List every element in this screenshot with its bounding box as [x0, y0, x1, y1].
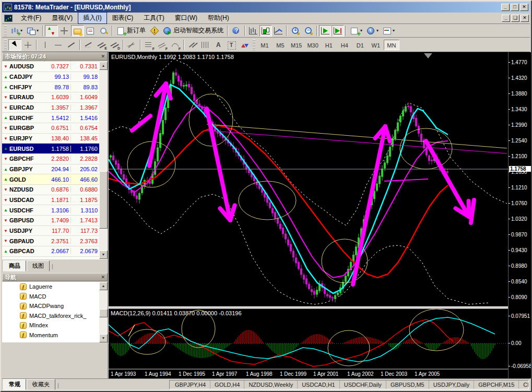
periods-dropdown-icon[interactable]: ▾	[376, 28, 379, 33]
chart-tab-CHFJPY,Weekly[interactable]: CHFJPY,Weekly	[519, 381, 529, 389]
scroll-up-icon[interactable]: ▲	[99, 282, 108, 290]
timeframe-H1[interactable]: H1	[321, 40, 337, 50]
indicator-item-MACDPwang[interactable]: ƒMACDPwang	[2, 301, 99, 311]
quote-row-AUDUSD[interactable]: ▼AUDUSD0.73270.7331	[2, 62, 99, 72]
equidistant-channel-button[interactable]	[95, 39, 108, 51]
quote-row-EURCAD[interactable]: ▼EURCAD1.39571.3967	[2, 103, 99, 113]
price-chart[interactable]: EURUSD,Monthly 1.1992 1.2083 1.1710 1.17…	[109, 52, 508, 306]
zoom-in-button[interactable]	[289, 25, 302, 37]
gann-fan-button[interactable]	[125, 39, 138, 51]
trendline-button[interactable]	[65, 39, 78, 51]
market-watch-tab-线图[interactable]: 线图	[27, 260, 50, 271]
timeframe-W1[interactable]: W1	[368, 40, 384, 50]
menu-item-插入(I)[interactable]: 插入(I)	[78, 12, 107, 24]
chart-tab-USDJPY,Daily[interactable]: USDJPY,Daily	[429, 381, 475, 389]
child-close-button[interactable]: ✕	[521, 15, 529, 22]
chart-tab-GOLD,H4[interactable]: GOLD,H4	[210, 381, 244, 389]
quote-row-USDCAD[interactable]: ▼USDCAD1.18711.1875	[2, 195, 99, 206]
terminal-button[interactable]	[84, 25, 97, 37]
child-minimize-button[interactable]: _	[502, 15, 510, 22]
chart-tab-GBPCHF,M15[interactable]: GBPCHF,M15	[474, 381, 519, 389]
market-watch-scrollbar[interactable]: ▲ ▼	[99, 62, 108, 259]
title-bar[interactable]: 81578: MetaTrader - [EURUSD,Monthly] _ □…	[2, 2, 530, 13]
navigator-tab-收藏夹[interactable]: 收藏夹	[27, 379, 55, 390]
quote-row-NZDUSD[interactable]: ▼NZDUSD0.68760.6880	[2, 185, 99, 195]
cycle-lines-button[interactable]	[199, 39, 212, 51]
quote-row-USDJPY[interactable]: ▼USDJPY117.70117.73	[2, 226, 99, 236]
timeframe-MN[interactable]: MN	[384, 40, 399, 50]
quote-row-GBPUSD[interactable]: ▼GBPUSD1.74091.7413	[2, 216, 99, 226]
indicator-item-MACD[interactable]: ƒMACD	[2, 292, 99, 302]
fibo-fan-button[interactable]	[156, 39, 169, 51]
quote-row-EURCHF[interactable]: ▲EURCHF1.54121.5416	[2, 113, 99, 123]
alert-button[interactable]	[148, 25, 161, 37]
zoom-out-button[interactable]	[302, 25, 315, 37]
chart-shift-button[interactable]	[332, 25, 344, 37]
timeframe-M15[interactable]: M15	[288, 40, 304, 50]
chart-tab-NZDUSD,Weekly[interactable]: NZDUSD,Weekly	[244, 381, 298, 389]
market-watch-tab-商品[interactable]: 商品	[3, 260, 26, 271]
expert-advisors-button[interactable]: 启动智能交易系统	[161, 25, 226, 37]
quote-row-EURUSD[interactable]: ▲EURUSD1.17581.1760	[2, 144, 99, 154]
scrollbar-thumb[interactable]	[99, 309, 108, 317]
line-chart-button[interactable]	[272, 25, 285, 37]
fibo-arcs-button[interactable]	[169, 39, 182, 51]
quote-row-EURJPY[interactable]: ▼EURJPY138.40138.45	[2, 134, 99, 144]
navigator-close-icon[interactable]: ✕	[101, 275, 105, 280]
crosshair-tool-button[interactable]	[21, 39, 34, 51]
timeframe-M30[interactable]: M30	[304, 40, 321, 50]
maximize-button[interactable]: □	[511, 4, 519, 11]
scroll-up-icon[interactable]: ▲	[99, 62, 108, 70]
help-button[interactable]	[230, 25, 243, 37]
chart-window-icon[interactable]	[4, 15, 13, 22]
indicator-item-Momentum[interactable]: ƒMomentum	[2, 330, 99, 340]
vertical-line-button[interactable]	[39, 39, 52, 51]
fibo-retracement-button[interactable]	[143, 39, 156, 51]
navigator-button[interactable]	[71, 25, 84, 37]
text-button[interactable]	[212, 39, 225, 51]
horizontal-line-button[interactable]	[52, 39, 65, 51]
std-deviation-channel-button[interactable]	[108, 39, 121, 51]
menu-item-文件(F)[interactable]: 文件(F)	[16, 12, 46, 24]
new-order-button[interactable]: 新订单	[114, 25, 148, 37]
navigator-tab-常规[interactable]: 常规	[3, 379, 26, 390]
quote-row-EURAUD[interactable]: ▼EURAUD1.60391.6049	[2, 92, 99, 103]
price-axis[interactable]: 1.47701.43201.38801.34301.29901.25401.21…	[508, 52, 532, 378]
auto-scroll-button[interactable]	[319, 25, 332, 37]
market-watch-close-icon[interactable]: ✕	[101, 54, 105, 59]
minimize-button[interactable]: _	[501, 4, 510, 11]
menu-item-工具(T)[interactable]: 工具(T)	[138, 12, 169, 24]
quote-row-EURGBP[interactable]: ▼EURGBP0.67510.6754	[2, 123, 99, 134]
templates-dropdown-icon[interactable]: ▾	[393, 28, 395, 33]
quote-row-GBPCHF[interactable]: ▼GBPCHF2.28202.2828	[2, 154, 99, 164]
menu-item-显视(V)[interactable]: 显视(V)	[46, 12, 78, 24]
close-button[interactable]: ✕	[520, 4, 528, 11]
quote-row-GBPAUD[interactable]: ▼GBPAUD2.37512.3763	[2, 236, 99, 246]
timeframe-M1[interactable]: M1	[257, 40, 273, 50]
quote-row-AUDCAD[interactable]: ▲AUDCAD0.86960.8708	[2, 257, 99, 259]
text-label-button[interactable]	[225, 39, 238, 51]
scroll-down-icon[interactable]: ▼	[99, 334, 108, 342]
chart-tab-GBPJPY,H4[interactable]: GBPJPY,H4	[171, 381, 210, 389]
quote-row-CHFJPY[interactable]: ▲CHFJPY89.7889.83	[2, 82, 99, 92]
strategy-tester-button[interactable]	[97, 25, 110, 37]
indicators-button[interactable]: ▾	[348, 25, 364, 37]
timeframe-D1[interactable]: D1	[352, 40, 368, 50]
scrollbar-thumb[interactable]	[99, 171, 108, 229]
quote-row-GOLD[interactable]: ▲GOLD466.10466.60	[2, 174, 99, 185]
scroll-down-icon[interactable]: ▼	[99, 251, 108, 259]
menu-item-窗口(W)[interactable]: 窗口(W)	[170, 12, 203, 24]
data-window-button[interactable]	[58, 25, 71, 37]
quote-row-GBPJPY[interactable]: ▲GBPJPY204.94205.02	[2, 164, 99, 175]
candlestick-chart-button[interactable]	[259, 25, 272, 37]
periods-button[interactable]: ▾	[364, 25, 381, 37]
indicator-item-MIndex[interactable]: ƒMIndex	[2, 320, 99, 330]
quote-row-GBPCAD[interactable]: ▲GBPCAD2.06672.0679	[2, 246, 99, 257]
indicator-item-Laguerre[interactable]: ƒLaguerre	[2, 282, 99, 292]
chart-tab-USDCHF,Daily[interactable]: USDCHF,Daily	[340, 381, 386, 389]
profiles-button[interactable]: ▾	[25, 25, 41, 37]
bar-chart-button[interactable]	[247, 25, 259, 37]
chart-tab-GBPUSD,M5[interactable]: GBPUSD,M5	[386, 381, 429, 389]
macd-indicator-panel[interactable]: MACD(12,26,9) 0.01411 0.03870 0.00000 -0…	[109, 309, 508, 369]
navigator-scrollbar[interactable]: ▲ ▼	[99, 282, 108, 342]
